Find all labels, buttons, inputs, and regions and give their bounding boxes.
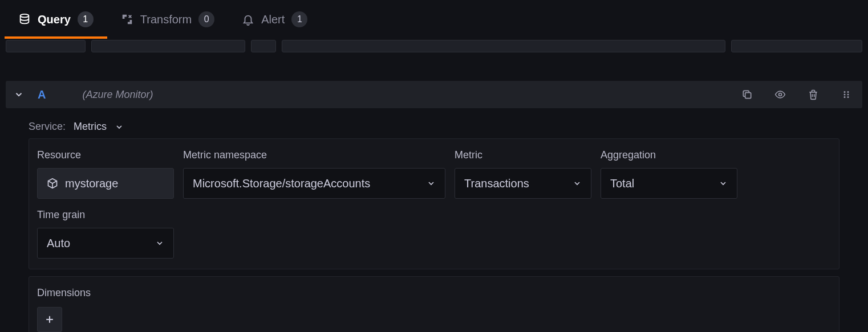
tab-alert[interactable]: Alert 1 [228,0,321,39]
strip-segment [251,40,276,52]
tab-label: Alert [261,13,285,26]
query-row-header: A (Azure Monitor) [6,81,862,108]
aggregation-value: Total [610,177,634,190]
svg-point-3 [844,91,846,93]
tab-badge: 1 [78,11,94,27]
metric-label: Metric [455,149,591,161]
metrics-config-panel: Resource mystorage Metric namespace Micr… [29,138,839,269]
service-row: Service: Metrics [0,108,868,138]
aggregation-label: Aggregation [601,149,737,161]
svg-point-2 [779,93,782,96]
delete-button[interactable] [805,87,821,103]
tab-query[interactable]: Query 1 [5,0,107,39]
toolbar-strip [0,40,868,52]
tab-label: Query [38,13,71,26]
query-ref-id[interactable]: A [34,88,49,101]
svg-point-0 [21,14,29,18]
timegrain-value: Auto [47,237,70,250]
query-datasource-label: (Azure Monitor) [82,89,722,101]
aggregation-select[interactable]: Total [601,168,737,199]
strip-segment [731,40,862,52]
drag-handle-icon[interactable] [838,87,854,103]
metric-value: Transactions [464,177,529,190]
chevron-down-icon [707,179,728,188]
tab-transform[interactable]: Transform 0 [107,0,228,39]
chevron-down-icon [115,122,124,132]
resource-picker[interactable]: mystorage [37,168,174,199]
database-icon [18,13,31,26]
add-dimension-button[interactable] [37,307,62,332]
svg-rect-1 [745,93,751,99]
strip-segment [91,40,245,52]
chevron-down-icon [144,239,164,248]
svg-point-7 [847,94,849,96]
duplicate-button[interactable] [739,87,755,103]
chevron-down-icon [561,179,582,188]
resource-value: mystorage [65,177,118,190]
tab-badge: 1 [291,11,307,27]
namespace-select[interactable]: Microsoft.Storage/storageAccounts [183,168,445,199]
chevron-down-icon [415,179,436,188]
process-icon [121,13,133,26]
strip-segment [282,40,725,52]
cube-icon [47,178,58,189]
svg-point-8 [847,96,849,98]
toggle-visibility-button[interactable] [772,87,788,103]
editor-tabs: Query 1 Transform 0 Alert 1 [0,0,868,40]
bell-icon [242,13,254,26]
resource-label: Resource [37,149,174,161]
dimensions-label: Dimensions [37,287,831,299]
metric-select[interactable]: Transactions [455,168,591,199]
collapse-toggle[interactable] [14,89,24,100]
tab-label: Transform [140,13,192,26]
svg-point-5 [844,96,846,98]
timegrain-select[interactable]: Auto [37,228,174,259]
plus-icon [44,314,55,325]
namespace-label: Metric namespace [183,149,445,161]
service-value: Metrics [74,121,107,133]
service-label: Service: [29,121,66,133]
svg-point-4 [844,94,846,96]
strip-segment [6,40,86,52]
timegrain-label: Time grain [37,209,174,221]
dimensions-panel: Dimensions [29,276,839,332]
svg-point-6 [847,91,849,93]
namespace-value: Microsoft.Storage/storageAccounts [193,177,370,190]
tab-badge: 0 [198,11,214,27]
service-select[interactable]: Metrics [74,121,124,133]
